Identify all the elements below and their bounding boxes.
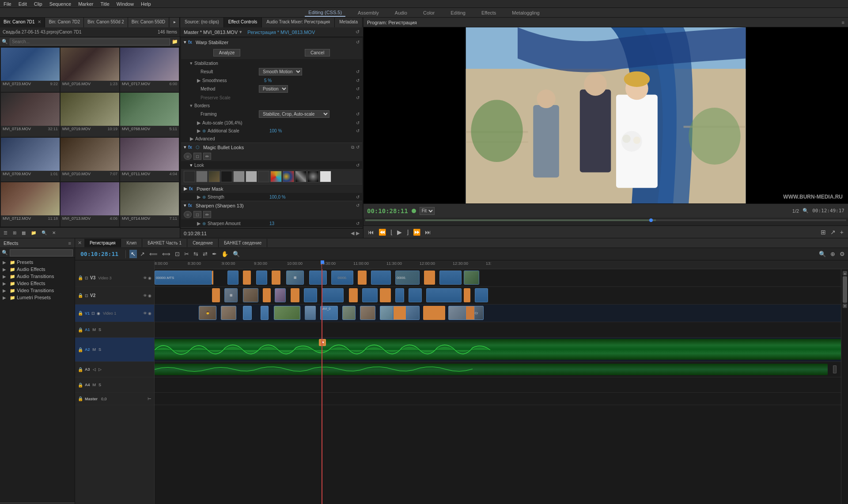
media-tab-550d2[interactable]: Bin: Canon 550d 2 [84,18,128,27]
zoom-icon[interactable]: 🔍 [803,208,809,214]
media-tab-overflow[interactable]: ▸ [170,18,180,27]
tool-razor[interactable]: ✂ [183,250,190,258]
tl-magnify[interactable]: ⊕ [829,250,837,258]
tool-rolling-edit[interactable]: ⟺ [161,250,172,258]
tree-item-video-effects[interactable]: ▶ 📁 Video Effects [1,280,74,287]
tab-source[interactable]: Source: (no clips) [180,18,224,27]
tab-audio-mixer[interactable]: Audio Track Mixer: Регистрация [262,18,335,27]
swatch-11[interactable] [307,171,319,182]
strength-reset-icon[interactable]: ↺ [356,195,360,199]
result-reset-icon[interactable]: ↺ [356,69,360,74]
tl-tab-close[interactable]: ✕ [75,238,84,248]
transport-step-back[interactable]: ⏪ [378,228,387,237]
tl-tab-svedenie[interactable]: Сведение [187,239,219,247]
sharpen-edit-btn[interactable]: ✏ [203,211,211,218]
tool-track-select[interactable]: ↗ [139,250,146,258]
tool-pen[interactable]: ✒ [211,250,218,258]
dropdown-arrow[interactable]: ▾ [239,29,242,35]
sharpen-square-btn[interactable]: □ [193,211,201,218]
v3-clip-main[interactable]: 00000.MTS [155,271,212,285]
ws-tab-editing-css5[interactable]: Editing (CSS.5) [305,9,345,17]
v3-orange-1[interactable] [243,271,251,285]
list-item[interactable]: MVI_0713.MOV4:06 [61,182,119,226]
swatch-3[interactable] [208,171,220,182]
v1-eye-btn[interactable]: 👁 [143,311,147,316]
tree-item-video-transitions[interactable]: ▶ 📁 Video Transitions [1,287,74,294]
v1-clip-3[interactable] [243,306,252,320]
fx-look-header[interactable]: ▾ Look ↺ [181,161,362,169]
tree-item-presets[interactable]: ▶ 📁 Presets [1,259,74,266]
v3-clip-9[interactable] [439,271,462,285]
track-lock-a4[interactable]: 🔒 [78,383,83,387]
transport-play[interactable]: ▶ [396,228,403,237]
method-reset-icon[interactable]: ↺ [356,87,360,91]
tree-item-audio-effects[interactable]: ▶ 📁 Audio Effects [1,266,74,273]
v3-clip-3[interactable] [256,271,267,285]
method-dropdown[interactable]: Position [259,85,288,93]
v1-clip-6[interactable] [342,306,356,320]
fx-sharpen-header[interactable]: ▾ fx Sharpen (Sharpen 13) ↺ [181,201,362,210]
list-item[interactable]: MVI_0712.MOV11:18 [1,182,60,226]
v2-clip-3[interactable] [275,288,286,302]
tool-rate-stretch[interactable]: ⊡ [174,250,181,258]
tl-tab-banket-svedenie[interactable]: БАНКЕТ сведение [219,239,267,247]
v2-clip-9[interactable] [426,288,462,302]
fx-advanced-header[interactable]: ▶ Advanced [181,135,362,143]
ws-tab-editing[interactable]: Editing [447,9,469,16]
v3-clip-2[interactable] [227,271,238,285]
master-end-icon[interactable]: ⊢ [148,396,151,401]
menu-window[interactable]: Window [117,1,134,7]
tool-ripple-edit[interactable]: ⟸ [148,250,159,258]
timeline-ruler[interactable]: 8:00:00 8:30:00 :9:00:00 9:30:00 10:00:0… [155,260,848,269]
timeline-right-scrollbar[interactable]: ▴ ▾ [841,269,848,504]
tab-effect-controls[interactable]: Effect Controls [224,18,262,27]
v3-clip-4[interactable]: ▦ [286,271,304,285]
sharpen-circle-btn[interactable]: ○ [184,211,192,218]
menu-clip[interactable]: Clip [34,1,42,7]
tool-select[interactable]: ↖ [129,250,137,258]
list-item[interactable]: MVI_0717.MOV6:00 [120,48,179,92]
v3-orange-4[interactable] [424,271,435,285]
v2-clip-8[interactable] [409,288,422,302]
v1-clip-7[interactable] [360,306,375,320]
transport-mark-out[interactable]: ⌋ [405,228,409,237]
ws-tab-effects[interactable]: Effects [478,9,500,16]
effect-tc-nav-right[interactable]: ▶ [356,230,360,236]
v1-clip-8[interactable] [380,306,420,320]
a2-clip-marker[interactable]: ⚑ [319,339,326,346]
v1-clip-mvi[interactable]: MVI_0 [320,306,338,320]
transport-export[interactable]: ↗ [829,228,837,237]
a3-end-marker[interactable] [833,365,837,373]
swatch-4[interactable] [221,171,232,182]
media-clear-icon[interactable]: ✕ [50,229,57,236]
menu-marker[interactable]: Marker [78,1,93,7]
fx-magic-header[interactable]: ▾ fx ⬡ Magic Bullet Looks ⧉ ↺ [181,143,362,151]
fit-dropdown[interactable]: Fit [420,207,435,215]
cancel-button[interactable]: Cancel [305,49,330,56]
list-item[interactable]: MVI_0718.MOV32:11 [1,93,60,137]
v2-orange-4[interactable] [349,288,358,302]
transport-prev-frame[interactable]: ⏮ [367,228,375,237]
track-lock-a2[interactable]: 🔒 [78,347,83,352]
list-item[interactable]: MVI_0711.MOV4:04 [120,138,179,182]
swatch-10[interactable] [295,171,307,182]
menu-help[interactable]: Help [141,1,151,7]
swatch-2[interactable] [196,171,208,182]
sharpen-reset-icon[interactable]: ↺ [356,203,360,208]
media-tab-7d2[interactable]: Bin: Canon 7D2 [45,18,84,27]
swatch-8[interactable] [270,171,282,182]
ws-tab-assembly[interactable]: Assembly [354,9,382,16]
list-item[interactable]: MVI_0723.MOV9:22 [1,48,60,92]
master-clip-label[interactable]: Master * MVI_0813.MOV [184,30,238,35]
v2-eye-btn[interactable]: 👁 [143,293,147,298]
v3-clip-5[interactable] [309,271,327,285]
effect-tc-nav-left[interactable]: ◀ [351,230,354,236]
v1-clip-5[interactable] [274,306,300,320]
v3-clip-7[interactable] [371,271,391,285]
v3-clip-1[interactable] [212,271,213,285]
tl-settings[interactable]: ⚙ [838,250,846,258]
list-item[interactable]: MVI_0719.MOV10:19 [61,93,119,137]
track-sync-v3[interactable]: ⊡ [85,276,88,280]
track-lock-master[interactable]: 🔒 [78,396,83,401]
effects-search-input[interactable] [10,249,73,256]
